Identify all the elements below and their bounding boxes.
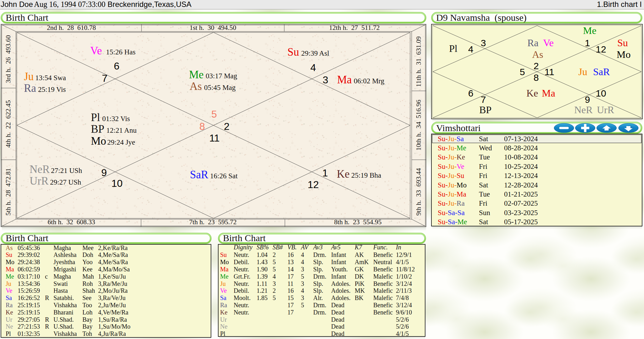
svg-text:Doh: Doh (82, 251, 93, 258)
svg-text:Ju: Ju (6, 280, 11, 287)
svg-text:SB%: SB% (257, 244, 269, 251)
svg-text:4,Ve/Me/Ra: 4,Ve/Me/Ra (98, 309, 128, 316)
svg-text:Drm.: Drm. (313, 302, 326, 308)
svg-text:13: 13 (287, 258, 294, 265)
svg-text:Birth Chart: Birth Chart (6, 233, 48, 243)
svg-text:17: 17 (287, 273, 294, 280)
svg-text:5th h. 28 472.81: 5th h. 28 472.81 (4, 168, 12, 215)
svg-text:Ke: Ke (6, 309, 13, 316)
svg-text:Ra: Ra (6, 302, 13, 308)
svg-text:5/2/6: 5/2/6 (396, 323, 409, 330)
svg-text:Ur: Ur (6, 316, 12, 323)
svg-text:As: As (190, 80, 202, 92)
svg-text:Av5: Av5 (330, 244, 341, 251)
svg-text:Wed: Wed (479, 144, 492, 152)
svg-text:27:21 USh: 27:21 USh (51, 167, 82, 175)
svg-text:5: 5 (520, 67, 525, 77)
svg-text:9: 9 (585, 94, 590, 105)
svg-text:Sa: Sa (220, 294, 226, 301)
svg-text:Malefic: Malefic (373, 287, 393, 294)
svg-text:3: 3 (301, 294, 304, 301)
svg-text:12: 12 (308, 179, 319, 190)
svg-text:Neutral: Neutral (373, 258, 392, 265)
svg-text:Mah: Mah (82, 273, 94, 280)
svg-text:Ra: Ra (220, 302, 227, 308)
svg-text:Neutr.: Neutr. (234, 280, 249, 287)
svg-text:11: 11 (544, 67, 554, 77)
svg-text:16:26 Sat: 16:26 Sat (210, 172, 238, 180)
svg-text:4,Me/Sa/Ra: 4,Me/Sa/Ra (98, 258, 128, 265)
svg-text:Su-Ju-Ve: Su-Ju-Ve (438, 163, 464, 170)
svg-text:Ne: Ne (220, 323, 227, 330)
svg-text:7: 7 (102, 73, 108, 84)
svg-text:06:02 Mrg: 06:02 Mrg (354, 77, 385, 85)
svg-text:1.39: 1.39 (257, 273, 268, 280)
svg-text:4/1/5: 4/1/5 (396, 330, 409, 337)
svg-text:Magha: Magha (53, 273, 71, 280)
svg-text:13:54 Swa: 13:54 Swa (35, 74, 66, 82)
svg-text:3: 3 (323, 74, 328, 86)
svg-text:Ju: Ju (24, 70, 34, 83)
svg-text:01:32:35: 01:32:35 (18, 330, 40, 337)
svg-text:1.43: 1.43 (257, 258, 268, 265)
svg-text:15: 15 (287, 294, 294, 301)
svg-text:Benefic: Benefic (373, 251, 393, 258)
svg-text:Malefic: Malefic (373, 273, 393, 280)
svg-text:2,Ju/Me/Ju: 2,Ju/Me/Ju (98, 302, 126, 308)
svg-text:29:24:38: 29:24:38 (18, 258, 40, 265)
svg-text:1.90: 1.90 (257, 266, 268, 273)
svg-text:05:45 Mag: 05:45 Mag (204, 84, 236, 92)
svg-text:Ma: Ma (220, 266, 229, 273)
svg-text:11/8/12: 11/8/12 (396, 266, 415, 273)
svg-text:PiK: PiK (355, 280, 365, 287)
svg-text:Vimshottari: Vimshottari (436, 123, 481, 133)
svg-text:Malefic: Malefic (373, 294, 393, 301)
svg-text:Benefic: Benefic (373, 280, 393, 287)
svg-text:17: 17 (287, 309, 294, 316)
svg-text:12-13-2024: 12-13-2024 (504, 172, 538, 180)
svg-text:Benefic: Benefic (373, 266, 393, 273)
svg-text:Ju: Ju (578, 66, 587, 77)
svg-text:Ke: Ke (220, 309, 227, 316)
svg-text:Neutr.: Neutr. (234, 251, 249, 258)
svg-text:4,Ma/Mo/Sa: 4,Ma/Mo/Sa (98, 266, 130, 273)
svg-text:11: 11 (287, 280, 293, 287)
svg-text:Satabhi.: Satabhi. (53, 294, 74, 301)
svg-text:Sat: Sat (479, 181, 488, 189)
svg-text:07-13-2024: 07-13-2024 (504, 135, 538, 143)
svg-text:27:21:53: 27:21:53 (18, 323, 40, 330)
svg-text:10-08-2024: 10-08-2024 (504, 153, 538, 161)
svg-text:Pl: Pl (449, 43, 458, 54)
svg-text:Vishakha: Vishakha (53, 302, 77, 308)
svg-text:Infant: Infant (331, 258, 346, 265)
svg-text:Ve: Ve (6, 287, 12, 294)
svg-text:1/10/2: 1/10/2 (396, 273, 412, 280)
svg-text:Ur: Ur (220, 316, 227, 323)
svg-text:11th h. 31 631.09: 11th h. 31 631.09 (415, 36, 422, 87)
svg-text:Slp.: Slp. (313, 287, 323, 294)
svg-text:R: R (45, 316, 49, 323)
svg-text:Dead: Dead (331, 330, 344, 337)
svg-text:Yoo: Yoo (82, 258, 92, 265)
svg-text:Su: Su (287, 46, 299, 58)
svg-text:9/6/10: 9/6/10 (396, 309, 412, 316)
svg-text:Dead: Dead (331, 316, 344, 323)
svg-text:Pl: Pl (6, 330, 11, 337)
svg-text:3,Ra/Me/Ju: 3,Ra/Me/Ju (98, 280, 127, 287)
svg-text:9: 9 (101, 167, 107, 178)
svg-text:BK: BK (355, 294, 364, 301)
svg-text:Su-Ju-Me: Su-Ju-Me (438, 144, 466, 152)
svg-text:5: 5 (273, 294, 276, 301)
svg-text:3: 3 (481, 38, 486, 48)
svg-text:05-17-2025: 05-17-2025 (504, 218, 538, 226)
svg-text:5: 5 (273, 266, 276, 273)
svg-text:NeR: NeR (30, 163, 50, 175)
svg-text:UrR: UrR (597, 104, 614, 115)
svg-text:1st h. 30 494.50: 1st h. 30 494.50 (190, 24, 236, 31)
svg-text:R: R (45, 323, 49, 330)
svg-text:16:26:52: 16:26:52 (18, 294, 40, 301)
svg-text:Slp.: Slp. (313, 280, 323, 287)
svg-text:Ke: Ke (337, 168, 350, 180)
svg-text:Drm.: Drm. (313, 273, 326, 280)
svg-text:08-28-2024: 08-28-2024 (504, 144, 538, 152)
